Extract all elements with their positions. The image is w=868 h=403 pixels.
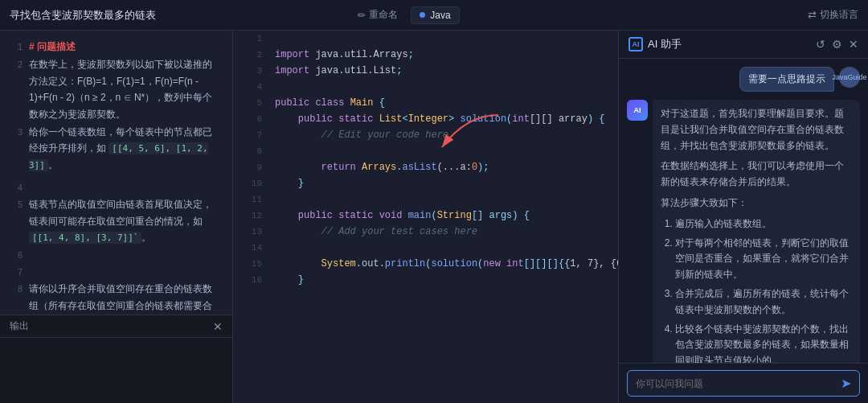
code-editor[interactable]: 12import java.util.Arrays;3import java.u… xyxy=(233,31,618,403)
code-line: 5public class Main { xyxy=(233,95,618,111)
user-avatar-label: JavaGuide xyxy=(832,73,866,81)
ai-header-icons: ↺ ⚙ ✕ xyxy=(816,38,858,51)
ai-step-1: 遍历输入的链表数组。 xyxy=(675,216,852,232)
ai-messages: 需要一点思路提示 JavaGuide AI 对于这道题，首先我们要理解题目要求。… xyxy=(619,59,868,363)
ai-title: AI 助手 xyxy=(648,37,682,51)
ai-response-2: 在数据结构选择上，我们可以考虑使用一个新的链表来存储合并后的结果。 xyxy=(661,158,852,191)
main-content: 1 # 问题描述 2 在数学上，斐波那契数列以如下被以递推的方法定义：F(B)=… xyxy=(0,31,868,403)
code-line: 10 } xyxy=(233,175,618,191)
page-title: 寻找包含斐波那契数最多的链表 xyxy=(10,8,345,23)
switch-lang-label: 切换语言 xyxy=(820,8,858,22)
ai-message: AI 对于这道题，首先我们要理解题目要求。题目是让我们合并取值空间存在重合的链表… xyxy=(627,100,860,363)
ai-input-area: ➤ xyxy=(619,363,868,403)
output-title: 输出 xyxy=(10,319,29,333)
problem-text-3: 给你一个链表数组，每个链表中的节点都已经按升序排列，如 [[4, 5, 6], … xyxy=(29,124,221,174)
ai-input[interactable] xyxy=(636,378,836,389)
ai-panel: AI AI 助手 ↺ ⚙ ✕ 需要一点思路提示 JavaGuide AI 对于这… xyxy=(619,31,868,403)
code-line: 7 // Edit your code here xyxy=(233,127,618,143)
ai-step-2: 对于每两个相邻的链表，判断它们的取值空间是否重合，如果重合，就将它们合并到新的链… xyxy=(675,236,852,283)
code-line: 16 } xyxy=(233,272,618,288)
code-line: 6 public static List<Integer> solution(i… xyxy=(233,111,618,127)
ai-step-4: 比较各个链表中斐波那契数的个数，找出包含斐波那契数最多的链表，如果数量相同则取头… xyxy=(675,322,852,363)
ai-steps-list: 遍历输入的链表数组。 对于每两个相邻的链表，判断它们的取值空间是否重合，如果重合… xyxy=(661,216,852,363)
code-line: 4 xyxy=(233,79,618,95)
edit-icon: ✏ xyxy=(358,10,366,21)
output-panel: 输出 ✕ xyxy=(0,315,232,403)
problem-line-2: 2 在数学上，斐波那契数列以如下被以递推的方法定义：F(B)=1，F(1)=1，… xyxy=(11,56,221,122)
close-icon[interactable]: ✕ xyxy=(849,38,858,51)
problem-text-2: 在数学上，斐波那契数列以如下被以递推的方法定义：F(B)=1，F(1)=1，F(… xyxy=(29,56,221,122)
problem-line-4: 4 xyxy=(11,180,221,195)
problem-line-5: 5 链表节点的取值空间由链表首尾取值决定，链表间可能存在取值空间重合的情况，如 … xyxy=(11,196,221,245)
problem-line-6: 6 xyxy=(11,248,221,263)
code-line: 13 // Add your test cases here xyxy=(233,224,618,240)
code-line: 1 xyxy=(233,31,618,47)
problem-text-5: 链表节点的取值空间由链表首尾取值决定，链表间可能存在取值空间重合的情况，如 [[… xyxy=(29,196,221,245)
ai-header: AI AI 助手 ↺ ⚙ ✕ xyxy=(619,31,868,59)
ai-send-button[interactable]: ➤ xyxy=(841,376,851,391)
settings-icon[interactable]: ⚙ xyxy=(832,38,842,51)
ai-logo-icon: AI xyxy=(628,37,643,51)
problem-panel: 1 # 问题描述 2 在数学上，斐波那契数列以如下被以递推的方法定义：F(B)=… xyxy=(0,31,233,403)
output-panel-header: 输出 ✕ xyxy=(0,315,232,338)
problem-line-7: 7 xyxy=(11,265,221,280)
ai-bubble: 对于这道题，首先我们要理解题目要求。题目是让我们合并取值空间存在重合的链表数组，… xyxy=(653,100,860,363)
ai-algo-title: 算法步骤大致如下： xyxy=(661,195,852,212)
code-line: 11 xyxy=(233,191,618,208)
ai-response-1: 对于这道题，首先我们要理解题目要求。题目是让我们合并取值空间存在重合的链表数组，… xyxy=(661,106,852,154)
arrows-icon: ⇄ xyxy=(808,9,817,21)
top-bar: 寻找包含斐波那契数最多的链表 ✏ 重命名 Java ⇄ 切换语言 xyxy=(0,0,868,31)
ai-avatar: AI xyxy=(627,100,648,121)
code-line: 3import java.util.List; xyxy=(233,63,618,79)
java-tab-label: Java xyxy=(430,10,450,21)
code-line: 8 xyxy=(233,143,618,159)
code-line: 12 public static void main(String[] args… xyxy=(233,208,618,224)
java-tab[interactable]: Java xyxy=(411,6,459,24)
code-line: 15 System.out.println(solution(new int[]… xyxy=(233,256,618,272)
code-editor-panel: 12import java.util.Arrays;3import java.u… xyxy=(233,31,619,403)
editor-wrapper: 12import java.util.Arrays;3import java.u… xyxy=(233,31,618,403)
refresh-icon[interactable]: ↺ xyxy=(816,38,825,51)
user-avatar: JavaGuide xyxy=(839,67,860,88)
ai-input-wrapper: ➤ xyxy=(627,370,860,397)
rename-button[interactable]: ✏ 重命名 xyxy=(351,5,404,25)
problem-line-1: 1 # 问题描述 xyxy=(11,39,221,55)
problem-title: # 问题描述 xyxy=(29,39,76,55)
ai-step-3: 合并完成后，遍历所有的链表，统计每个链表中斐波那契数的个数。 xyxy=(675,286,852,319)
output-close-icon[interactable]: ✕ xyxy=(213,320,223,333)
java-dot xyxy=(420,12,425,18)
code-line: 9 return Arrays.asList(...a:0); xyxy=(233,159,618,175)
user-message: 需要一点思路提示 JavaGuide xyxy=(627,67,860,92)
code-line: 14 xyxy=(233,240,618,256)
code-line: 2import java.util.Arrays; xyxy=(233,47,618,63)
rename-label: 重命名 xyxy=(369,8,398,22)
problem-content: 1 # 问题描述 2 在数学上，斐波那契数列以如下被以递推的方法定义：F(B)=… xyxy=(0,31,232,315)
problem-text-8: 请你以升序合并取值空间存在重合的链表数组（所有存在取值空间重合的链表都需要合并，… xyxy=(29,281,221,315)
problem-line-8: 8 请你以升序合并取值空间存在重合的链表数组（所有存在取值空间重合的链表都需要合… xyxy=(11,281,221,315)
user-bubble: 需要一点思路提示 xyxy=(739,67,834,92)
switch-language-button[interactable]: ⇄ 切换语言 xyxy=(808,8,858,22)
problem-line-3: 3 给你一个链表数组，每个链表中的节点都已经按升序排列，如 [[4, 5, 6]… xyxy=(11,124,221,174)
